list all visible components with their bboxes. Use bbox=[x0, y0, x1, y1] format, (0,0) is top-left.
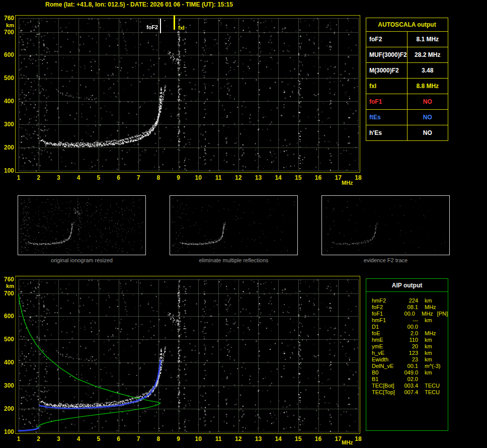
x-axis-tick: 7 bbox=[133, 175, 144, 181]
x-axis-tick: 16 bbox=[313, 436, 324, 442]
parameter-value: 3.48 bbox=[407, 63, 448, 79]
y-axis-tick: 200 bbox=[1, 405, 14, 412]
x-axis-tick: 5 bbox=[93, 175, 104, 181]
parameter-name: M(3000)F2 bbox=[366, 63, 408, 79]
aip-row: h_vE123km bbox=[372, 350, 448, 356]
x-axis-tick: 6 bbox=[113, 436, 124, 442]
y-axis-tick: 300 bbox=[1, 382, 14, 389]
autoscala-row: foF1NO bbox=[366, 94, 448, 110]
parameter-name: h'Es bbox=[366, 125, 408, 141]
parameter-value: 8.8 MHz bbox=[407, 79, 448, 94]
x-axis-tick: 10 bbox=[193, 436, 204, 442]
y-axis-tick: 760 bbox=[1, 276, 14, 283]
x-axis-tick: 4 bbox=[73, 175, 84, 181]
x-axis-tick: 18 bbox=[353, 175, 364, 181]
y-axis-unit-label: km bbox=[1, 22, 14, 28]
aip-row: foF208.1MHz bbox=[372, 304, 448, 311]
aip-row: Ewidth23km bbox=[372, 356, 448, 363]
thumbnail-original-ionogram bbox=[18, 195, 146, 255]
y-axis-tick: 500 bbox=[1, 74, 14, 82]
aip-rows: hmF2224kmfoF208.1MHzfoF100.0MHz[PN]hmF1-… bbox=[366, 292, 448, 396]
parameter-name: ftEs bbox=[366, 110, 408, 125]
x-axis-tick: 16 bbox=[313, 175, 324, 181]
y-axis-tick: 700 bbox=[1, 29, 14, 36]
x-axis-tick: 3 bbox=[53, 175, 64, 181]
aip-row: hmF1---km bbox=[372, 317, 448, 324]
thumbnail-f2-trace-evidence bbox=[321, 195, 450, 255]
thumbnail-multiple-reflections-removed bbox=[170, 195, 298, 255]
autoscala-output-table: AUTOSCALA output foF28.1 MHzMUF(3000)F22… bbox=[366, 18, 448, 141]
y-axis-tick: 200 bbox=[1, 144, 14, 151]
parameter-name: fxI bbox=[366, 79, 408, 94]
autoscala-row: ftEsNO bbox=[366, 110, 448, 125]
aip-row: hmF2224km bbox=[372, 297, 448, 304]
aip-row: B0049.0km bbox=[372, 369, 448, 376]
aip-row: foF100.0MHz[PN] bbox=[372, 311, 448, 317]
aip-row: ymE20km bbox=[372, 343, 448, 350]
x-axis-tick: 17 bbox=[333, 175, 344, 181]
x-axis-tick: 12 bbox=[233, 436, 244, 442]
aip-row: TEC[Bot]003.4TECU bbox=[372, 383, 448, 389]
x-axis-tick: 15 bbox=[293, 436, 304, 442]
x-axis-tick: 1 bbox=[13, 436, 24, 442]
x-axis-tick: 3 bbox=[53, 436, 64, 442]
aip-row: DelN_vE00.1m^(-3) bbox=[372, 363, 448, 369]
parameter-name: foF1 bbox=[366, 94, 408, 110]
y-axis-tick: 400 bbox=[1, 359, 14, 366]
parameter-value: NO bbox=[407, 94, 448, 110]
ionogram-plot bbox=[15, 15, 360, 173]
y-axis-tick: 760 bbox=[1, 15, 14, 22]
x-axis-tick: 9 bbox=[173, 436, 184, 442]
x-axis-tick: 14 bbox=[273, 436, 284, 442]
profile-plot bbox=[15, 276, 360, 434]
y-axis-tick: 100 bbox=[1, 428, 14, 435]
x-axis-tick: 12 bbox=[233, 175, 244, 181]
x-axis-tick: 13 bbox=[253, 436, 264, 442]
aip-output-table: AIP output hmF2224kmfoF208.1MHzfoF100.0M… bbox=[366, 278, 448, 431]
x-axis-tick: 14 bbox=[273, 175, 284, 181]
aip-row: TEC[Top]007.4TECU bbox=[372, 389, 448, 396]
aip-row: hmE110km bbox=[372, 337, 448, 343]
x-axis-tick: 13 bbox=[253, 175, 264, 181]
x-axis-tick: 10 bbox=[193, 175, 204, 181]
autoscala-row: MUF(3000)F228.2 MHz bbox=[366, 47, 448, 63]
y-axis-tick: 600 bbox=[1, 51, 14, 58]
y-axis-unit-label: km bbox=[1, 283, 14, 289]
autoscala-row: fxI8.8 MHz bbox=[366, 79, 448, 94]
x-axis-tick: 18 bbox=[353, 436, 364, 442]
y-axis-tick: 500 bbox=[1, 336, 14, 343]
foF2-marker-line bbox=[160, 19, 161, 33]
x-axis-tick: 2 bbox=[33, 436, 44, 442]
parameter-value: NO bbox=[407, 125, 448, 141]
x-axis-tick: 7 bbox=[133, 436, 144, 442]
x-axis-tick: 11 bbox=[213, 175, 224, 181]
y-axis-tick: 100 bbox=[1, 167, 14, 174]
autoscala-row: M(3000)F23.48 bbox=[366, 63, 448, 79]
autoscala-table-title: AUTOSCALA output bbox=[366, 18, 448, 32]
autoscala-window: Rome (lat: +41.8, lon: 012.5) - DATE: 20… bbox=[0, 0, 487, 448]
y-axis-tick: 400 bbox=[1, 98, 14, 105]
parameter-value: NO bbox=[407, 110, 448, 125]
x-axis-tick: 11 bbox=[213, 436, 224, 442]
parameter-value: 28.2 MHz bbox=[407, 47, 448, 63]
aip-row: foE2.0MHz bbox=[372, 330, 448, 337]
parameter-name: MUF(3000)F2 bbox=[366, 47, 408, 63]
y-axis-tick: 600 bbox=[1, 313, 14, 320]
x-axis-tick: 2 bbox=[33, 175, 44, 181]
aip-row: D100.0 bbox=[372, 324, 448, 330]
x-axis-tick: 8 bbox=[153, 436, 164, 442]
x-axis-tick: 8 bbox=[153, 175, 164, 181]
x-axis-tick: 1 bbox=[13, 175, 24, 181]
x-axis-tick: 9 bbox=[173, 175, 184, 181]
x-axis-tick: 5 bbox=[93, 436, 104, 442]
parameter-value: 8.1 MHz bbox=[407, 32, 448, 47]
y-axis-tick: 300 bbox=[1, 121, 14, 128]
fxI-marker-line bbox=[174, 16, 175, 30]
autoscala-row: foF28.1 MHz bbox=[366, 32, 448, 47]
autoscala-row: h'EsNO bbox=[366, 125, 448, 141]
x-axis-tick: 6 bbox=[113, 175, 124, 181]
thumbnail-caption: evidence F2 trace bbox=[321, 257, 450, 263]
x-axis-tick: 4 bbox=[73, 436, 84, 442]
fxI-marker-label: fxI bbox=[177, 25, 186, 31]
parameter-name: foF2 bbox=[366, 32, 408, 47]
